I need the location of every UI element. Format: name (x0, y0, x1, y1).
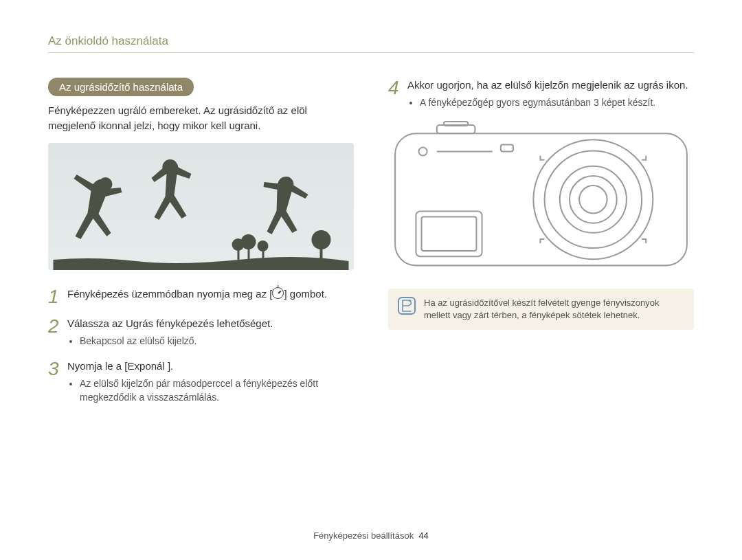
svg-point-10 (280, 177, 294, 191)
footer-page-number: 44 (418, 530, 428, 541)
step-text-pre: Fényképezés üzemmódban nyomja meg az [ (67, 288, 272, 300)
step-number: 2 (48, 316, 67, 350)
step-4: 4 Akkor ugorjon, ha az elülső kijelzőn m… (388, 78, 694, 111)
svg-rect-19 (416, 211, 482, 256)
page-footer: Fényképezési beállítások 44 (0, 530, 742, 541)
footer-label: Fényképezési beállítások (313, 530, 414, 541)
timer-icon (272, 287, 284, 299)
step-text: Nyomja le a [Exponál ]. (67, 360, 173, 372)
step-number: 4 (388, 78, 407, 111)
note-box: Ha az ugrásidőzítővel készít felvételt g… (388, 289, 694, 330)
svg-point-3 (241, 234, 256, 249)
intro-text: Fényképezzen ugráló embereket. Az ugrási… (48, 103, 354, 133)
svg-point-17 (570, 175, 617, 223)
step-text: Válassza az Ugrás fényképezés lehetősége… (67, 317, 273, 329)
svg-point-7 (312, 230, 331, 249)
svg-rect-21 (501, 144, 513, 151)
step-2: 2 Válassza az Ugrás fényképezés lehetősé… (48, 316, 354, 350)
step-number: 1 (48, 287, 67, 306)
camera-illustration (388, 121, 694, 277)
svg-point-9 (165, 161, 179, 175)
section-pill: Az ugrásidőzítő használata (48, 78, 194, 96)
svg-point-5 (258, 240, 269, 251)
step-text-post: ] gombot. (284, 288, 327, 300)
svg-point-18 (579, 186, 607, 213)
svg-rect-11 (395, 133, 687, 265)
note-text: Ha az ugrásidőzítővel készít felvételt g… (424, 297, 684, 322)
svg-rect-13 (444, 122, 468, 126)
step-sub: Bekapcsol az elülső kijelző. (80, 335, 273, 348)
step-sub: Az elülső kijelzőn pár másodperccel a fé… (80, 377, 354, 404)
step-text: Akkor ugorjon, ha az elülső kijelzőn meg… (407, 79, 688, 91)
svg-point-8 (99, 177, 113, 191)
svg-point-22 (419, 147, 427, 155)
step-1: 1 Fényképezés üzemmódban nyomja meg az [… (48, 287, 354, 306)
step-3: 3 Nyomja le a [Exponál ]. Az elülső kije… (48, 359, 354, 405)
jump-illustration (48, 143, 354, 270)
svg-point-14 (533, 139, 653, 259)
svg-rect-20 (422, 216, 477, 251)
step-sub: A fényképezőgép gyors egymásutánban 3 ké… (420, 96, 688, 110)
note-icon (398, 297, 416, 317)
step-number: 3 (48, 359, 67, 405)
page-title: Az önkioldó használata (48, 34, 694, 53)
